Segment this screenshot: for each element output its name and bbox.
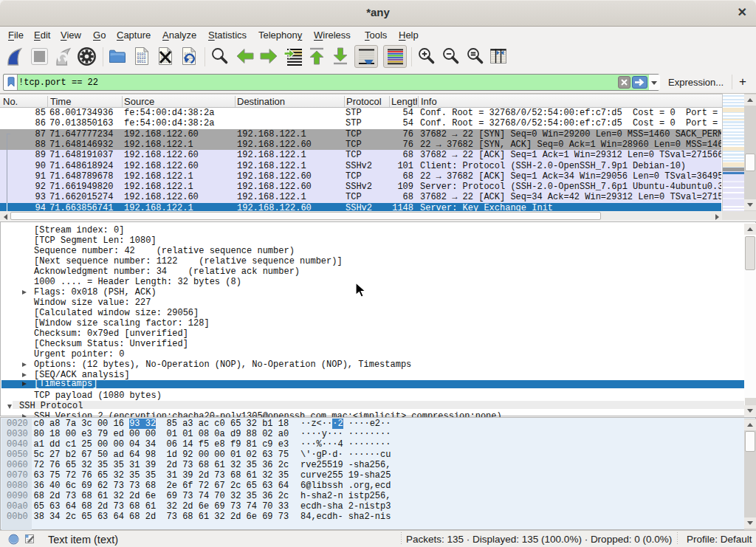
svg-text:0011: 0011 [137,60,146,64]
